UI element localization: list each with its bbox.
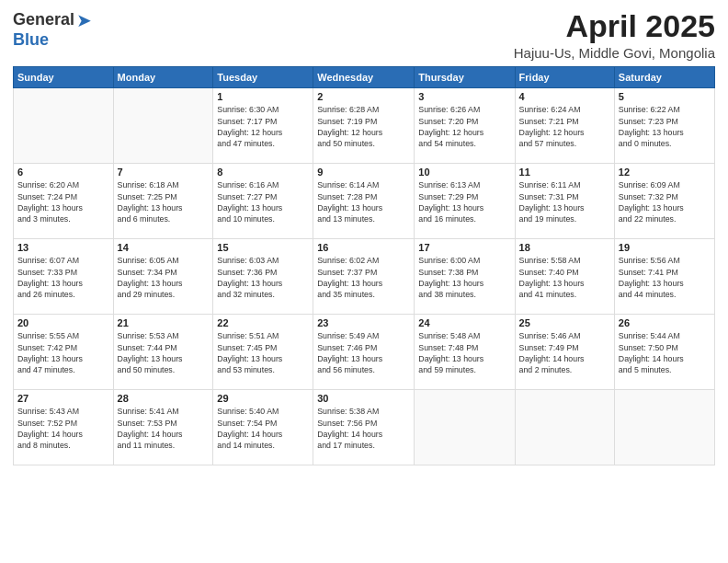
- calendar-cell: 4Sunrise: 6:24 AM Sunset: 7:21 PM Daylig…: [515, 88, 614, 164]
- day-number: 13: [17, 242, 109, 253]
- calendar-cell: 30Sunrise: 5:38 AM Sunset: 7:56 PM Dayli…: [313, 390, 415, 465]
- calendar-cell: 22Sunrise: 5:51 AM Sunset: 7:45 PM Dayli…: [213, 315, 313, 390]
- day-detail: Sunrise: 6:18 AM Sunset: 7:25 PM Dayligh…: [118, 179, 210, 224]
- calendar-cell: 3Sunrise: 6:26 AM Sunset: 7:20 PM Daylig…: [415, 88, 515, 164]
- day-number: 26: [619, 317, 711, 328]
- calendar-week-2: 6Sunrise: 6:20 AM Sunset: 7:24 PM Daylig…: [14, 164, 715, 239]
- day-detail: Sunrise: 6:03 AM Sunset: 7:36 PM Dayligh…: [217, 255, 309, 300]
- day-detail: Sunrise: 5:41 AM Sunset: 7:53 PM Dayligh…: [118, 406, 210, 451]
- day-number: 16: [317, 242, 410, 253]
- calendar-cell: [14, 88, 114, 164]
- day-number: 7: [118, 167, 210, 178]
- day-detail: Sunrise: 5:44 AM Sunset: 7:50 PM Dayligh…: [619, 330, 711, 375]
- day-detail: Sunrise: 5:53 AM Sunset: 7:44 PM Dayligh…: [118, 330, 210, 375]
- calendar-cell: 12Sunrise: 6:09 AM Sunset: 7:32 PM Dayli…: [614, 164, 714, 239]
- calendar-cell: 27Sunrise: 5:43 AM Sunset: 7:52 PM Dayli…: [14, 390, 114, 465]
- day-number: 28: [118, 393, 210, 404]
- col-saturday: Saturday: [614, 67, 714, 88]
- calendar-cell: [415, 390, 515, 465]
- col-monday: Monday: [113, 67, 213, 88]
- day-detail: Sunrise: 6:14 AM Sunset: 7:28 PM Dayligh…: [317, 179, 410, 224]
- day-number: 11: [519, 167, 610, 178]
- day-number: 6: [17, 167, 109, 178]
- calendar-cell: [614, 390, 714, 465]
- day-number: 21: [118, 317, 210, 328]
- logo-general-text: General: [13, 11, 74, 29]
- day-number: 23: [317, 317, 410, 328]
- day-detail: Sunrise: 6:22 AM Sunset: 7:23 PM Dayligh…: [619, 104, 711, 149]
- day-number: 5: [619, 91, 711, 102]
- header-row: Sunday Monday Tuesday Wednesday Thursday…: [14, 67, 715, 88]
- day-detail: Sunrise: 5:46 AM Sunset: 7:49 PM Dayligh…: [519, 330, 610, 375]
- day-detail: Sunrise: 6:00 AM Sunset: 7:38 PM Dayligh…: [418, 255, 510, 300]
- calendar-cell: 15Sunrise: 6:03 AM Sunset: 7:36 PM Dayli…: [213, 239, 313, 315]
- calendar-table: Sunday Monday Tuesday Wednesday Thursday…: [13, 66, 715, 465]
- day-detail: Sunrise: 6:20 AM Sunset: 7:24 PM Dayligh…: [17, 179, 109, 224]
- day-detail: Sunrise: 6:13 AM Sunset: 7:29 PM Dayligh…: [418, 179, 510, 224]
- calendar-cell: 23Sunrise: 5:49 AM Sunset: 7:46 PM Dayli…: [313, 315, 415, 390]
- day-number: 10: [418, 167, 510, 178]
- calendar-cell: 20Sunrise: 5:55 AM Sunset: 7:42 PM Dayli…: [14, 315, 114, 390]
- day-number: 4: [519, 91, 610, 102]
- day-detail: Sunrise: 6:24 AM Sunset: 7:21 PM Dayligh…: [519, 104, 610, 149]
- calendar-week-4: 20Sunrise: 5:55 AM Sunset: 7:42 PM Dayli…: [14, 315, 715, 390]
- day-number: 9: [317, 167, 410, 178]
- day-number: 12: [619, 167, 711, 178]
- day-number: 17: [418, 242, 510, 253]
- calendar-cell: 25Sunrise: 5:46 AM Sunset: 7:49 PM Dayli…: [515, 315, 614, 390]
- calendar-cell: 11Sunrise: 6:11 AM Sunset: 7:31 PM Dayli…: [515, 164, 614, 239]
- header: General ➤ Blue April 2025 Hajuu-Us, Midd…: [13, 9, 715, 61]
- calendar-cell: 6Sunrise: 6:20 AM Sunset: 7:24 PM Daylig…: [14, 164, 114, 239]
- col-thursday: Thursday: [415, 67, 515, 88]
- calendar-cell: 14Sunrise: 6:05 AM Sunset: 7:34 PM Dayli…: [113, 239, 213, 315]
- day-number: 29: [217, 393, 309, 404]
- calendar-cell: [515, 390, 614, 465]
- day-number: 1: [217, 91, 309, 102]
- day-detail: Sunrise: 6:05 AM Sunset: 7:34 PM Dayligh…: [118, 255, 210, 300]
- calendar-cell: 2Sunrise: 6:28 AM Sunset: 7:19 PM Daylig…: [313, 88, 415, 164]
- calendar-cell: 8Sunrise: 6:16 AM Sunset: 7:27 PM Daylig…: [213, 164, 313, 239]
- calendar-cell: 9Sunrise: 6:14 AM Sunset: 7:28 PM Daylig…: [313, 164, 415, 239]
- calendar-week-5: 27Sunrise: 5:43 AM Sunset: 7:52 PM Dayli…: [14, 390, 715, 465]
- day-detail: Sunrise: 5:58 AM Sunset: 7:40 PM Dayligh…: [519, 255, 610, 300]
- day-detail: Sunrise: 5:40 AM Sunset: 7:54 PM Dayligh…: [217, 406, 309, 451]
- calendar-week-1: 1Sunrise: 6:30 AM Sunset: 7:17 PM Daylig…: [14, 88, 715, 164]
- day-detail: Sunrise: 6:11 AM Sunset: 7:31 PM Dayligh…: [519, 179, 610, 224]
- day-detail: Sunrise: 5:43 AM Sunset: 7:52 PM Dayligh…: [17, 406, 109, 451]
- col-wednesday: Wednesday: [313, 67, 415, 88]
- day-number: 19: [619, 242, 711, 253]
- calendar-cell: 5Sunrise: 6:22 AM Sunset: 7:23 PM Daylig…: [614, 88, 714, 164]
- day-detail: Sunrise: 6:26 AM Sunset: 7:20 PM Dayligh…: [418, 104, 510, 149]
- logo: General ➤ Blue: [13, 9, 92, 50]
- day-number: 15: [217, 242, 309, 253]
- day-detail: Sunrise: 5:38 AM Sunset: 7:56 PM Dayligh…: [317, 406, 410, 451]
- calendar-cell: 26Sunrise: 5:44 AM Sunset: 7:50 PM Dayli…: [614, 315, 714, 390]
- day-number: 14: [118, 242, 210, 253]
- page: General ➤ Blue April 2025 Hajuu-Us, Midd…: [0, 0, 728, 563]
- main-title: April 2025: [514, 9, 715, 43]
- calendar-cell: 10Sunrise: 6:13 AM Sunset: 7:29 PM Dayli…: [415, 164, 515, 239]
- day-number: 25: [519, 317, 610, 328]
- day-number: 24: [418, 317, 510, 328]
- day-detail: Sunrise: 5:55 AM Sunset: 7:42 PM Dayligh…: [17, 330, 109, 375]
- subtitle: Hajuu-Us, Middle Govi, Mongolia: [514, 45, 715, 61]
- day-detail: Sunrise: 6:02 AM Sunset: 7:37 PM Dayligh…: [317, 255, 410, 300]
- day-detail: Sunrise: 6:09 AM Sunset: 7:32 PM Dayligh…: [619, 179, 711, 224]
- day-number: 20: [17, 317, 109, 328]
- day-number: 18: [519, 242, 610, 253]
- calendar-cell: 16Sunrise: 6:02 AM Sunset: 7:37 PM Dayli…: [313, 239, 415, 315]
- day-number: 22: [217, 317, 309, 328]
- calendar-cell: 17Sunrise: 6:00 AM Sunset: 7:38 PM Dayli…: [415, 239, 515, 315]
- day-detail: Sunrise: 5:49 AM Sunset: 7:46 PM Dayligh…: [317, 330, 410, 375]
- logo-bird-icon: ➤: [76, 9, 92, 31]
- calendar-cell: 13Sunrise: 6:07 AM Sunset: 7:33 PM Dayli…: [14, 239, 114, 315]
- calendar-cell: 18Sunrise: 5:58 AM Sunset: 7:40 PM Dayli…: [515, 239, 614, 315]
- calendar-body: 1Sunrise: 6:30 AM Sunset: 7:17 PM Daylig…: [14, 88, 715, 465]
- day-detail: Sunrise: 5:51 AM Sunset: 7:45 PM Dayligh…: [217, 330, 309, 375]
- day-detail: Sunrise: 6:30 AM Sunset: 7:17 PM Dayligh…: [217, 104, 309, 149]
- calendar-cell: 21Sunrise: 5:53 AM Sunset: 7:44 PM Dayli…: [113, 315, 213, 390]
- calendar-cell: 19Sunrise: 5:56 AM Sunset: 7:41 PM Dayli…: [614, 239, 714, 315]
- day-number: 30: [317, 393, 410, 404]
- calendar-cell: 24Sunrise: 5:48 AM Sunset: 7:48 PM Dayli…: [415, 315, 515, 390]
- col-tuesday: Tuesday: [213, 67, 313, 88]
